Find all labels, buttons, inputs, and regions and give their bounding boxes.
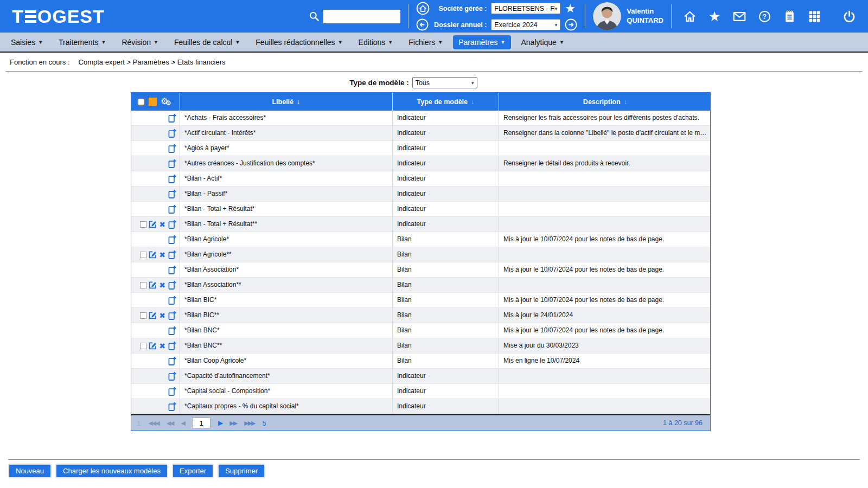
notes-icon[interactable] [782, 9, 796, 23]
table-row: ✖ *Bilan Agricole* Bilan Mis à jour le 1… [131, 232, 710, 247]
menu-item-label: Feuilles rédactionnelles [256, 38, 335, 47]
footer-button-nouveau[interactable]: Nouveau [8, 464, 52, 478]
pager-next-triple-icon[interactable]: ▶▶▶ [244, 420, 254, 427]
copy-icon[interactable] [167, 280, 177, 290]
orange-selection-icon[interactable] [149, 98, 157, 106]
menu-item-saisies[interactable]: Saisies ▼ [5, 35, 48, 49]
previous-exercice-icon[interactable] [416, 18, 430, 31]
dossier-select-value: Exercice 2024 [494, 21, 554, 29]
menu-item-label: Révision [122, 38, 151, 47]
search-input[interactable] [323, 10, 400, 23]
sort-desc-icon[interactable]: ↓ [471, 98, 475, 106]
row-libelle: *Bilan BIC** [180, 308, 393, 323]
pager-next-icon[interactable]: ▶ [218, 419, 222, 427]
menu-item-param-tres[interactable]: Paramètres ▼ [453, 35, 510, 49]
home-icon[interactable] [682, 9, 697, 23]
copy-icon[interactable] [167, 189, 177, 199]
copy-icon[interactable] [167, 250, 177, 260]
edit-icon[interactable] [148, 341, 157, 350]
delete-icon[interactable]: ✖ [159, 312, 165, 319]
copy-icon[interactable] [167, 371, 177, 381]
company-select[interactable]: FLOREETSENS - FL ▾ [491, 3, 560, 14]
menu-item-analytique[interactable]: Analytique ▼ [516, 35, 570, 49]
copy-icon[interactable] [167, 159, 177, 169]
page-last-number[interactable]: 5 [263, 419, 266, 427]
footer-button-charger-les-nouveaux-mod-les[interactable]: Charger les nouveaux modèles [55, 464, 168, 478]
copy-icon[interactable] [167, 265, 177, 275]
menu-item-feuilles-de-calcul[interactable]: Feuilles de calcul ▼ [169, 35, 245, 49]
copy-icon[interactable] [167, 174, 177, 184]
copy-icon[interactable] [167, 311, 177, 320]
menu-item-fichiers[interactable]: Fichiers ▼ [403, 35, 448, 49]
logo-text-prefix: T [12, 7, 24, 25]
apps-grid-icon[interactable] [807, 9, 821, 23]
dossier-select[interactable]: Exercice 2024 ▾ [491, 19, 560, 30]
menu-item-traitements[interactable]: Traitements ▼ [53, 35, 111, 49]
row-type: Indicateur [393, 141, 499, 156]
row-checkbox[interactable] [140, 343, 146, 349]
copy-icon[interactable] [167, 129, 177, 138]
row-type: Bilan [393, 308, 499, 323]
table-row: ✖ *Actif circulant - Intérêts* Indicateu… [131, 126, 710, 141]
select-all-checkbox[interactable] [137, 98, 145, 106]
model-type-select[interactable]: Tous ▾ [412, 77, 477, 88]
help-icon[interactable]: ? [757, 9, 771, 23]
copy-icon[interactable] [167, 296, 177, 305]
sort-desc-icon[interactable]: ↓ [624, 98, 628, 106]
mail-icon[interactable] [732, 9, 746, 23]
copy-icon[interactable] [167, 402, 177, 412]
row-actions-cell: ✖ [131, 354, 180, 368]
row-checkbox[interactable] [140, 312, 146, 319]
copy-icon[interactable] [167, 220, 177, 229]
user-last-name: QUINTARD [627, 16, 663, 25]
row-libelle: *Bilan - Total + Résultat** [180, 217, 393, 232]
copy-icon[interactable] [167, 326, 177, 336]
column-header-type[interactable]: Type de modèle ↓ [393, 93, 499, 111]
row-checkbox[interactable] [140, 282, 146, 288]
edit-icon[interactable] [148, 311, 157, 320]
pager-prev-double-icon[interactable]: ◀◀ [167, 420, 174, 427]
footer-button-exporter[interactable]: Exporter [172, 464, 214, 478]
row-checkbox[interactable] [140, 252, 146, 258]
user-name: Valentin QUINTARD [627, 7, 663, 25]
column-settings-icon[interactable]: ⚙⚙ [161, 96, 174, 108]
delete-icon[interactable]: ✖ [159, 251, 165, 259]
chevron-down-icon: ▼ [38, 40, 43, 45]
user-block[interactable]: Valentin QUINTARD [593, 2, 663, 30]
edit-icon[interactable] [148, 250, 157, 259]
chevron-down-icon: ▼ [501, 40, 506, 45]
row-edit-actions: ✖ [140, 250, 165, 259]
copy-icon[interactable] [167, 235, 177, 245]
copy-icon[interactable] [167, 204, 177, 214]
delete-icon[interactable]: ✖ [159, 221, 165, 228]
logout-power-icon[interactable] [842, 9, 856, 23]
pager-prev-triple-icon[interactable]: ◀◀◀ [148, 420, 158, 427]
column-label: Libellé [272, 98, 293, 106]
delete-icon[interactable]: ✖ [159, 281, 165, 289]
menu-item-editions[interactable]: Editions ▼ [353, 35, 399, 49]
column-header-description[interactable]: Description ↓ [499, 93, 711, 111]
footer-button-supprimer[interactable]: Supprimer [218, 464, 265, 478]
copy-icon[interactable] [167, 113, 177, 123]
sort-desc-icon[interactable]: ↓ [297, 98, 301, 106]
company-home-icon[interactable] [416, 2, 430, 15]
menu-item-r-vision[interactable]: Révision ▼ [116, 35, 164, 49]
row-checkbox[interactable] [140, 221, 146, 228]
row-edit-actions: ✖ [140, 220, 165, 229]
page-input[interactable] [192, 418, 210, 428]
copy-icon[interactable] [167, 144, 177, 153]
menu-item-feuilles-r-dactionnelles[interactable]: Feuilles rédactionnelles ▼ [250, 35, 348, 49]
copy-icon[interactable] [167, 341, 177, 351]
favorite-company-icon[interactable]: ★ [565, 3, 577, 15]
page-first-number[interactable]: 1 [137, 419, 141, 427]
edit-icon[interactable] [148, 220, 157, 229]
pager-prev-icon[interactable]: ◀ [181, 420, 184, 427]
copy-icon[interactable] [167, 387, 177, 396]
next-exercice-icon[interactable] [565, 18, 577, 31]
delete-icon[interactable]: ✖ [159, 342, 165, 350]
favorites-icon[interactable]: ★ [707, 9, 722, 23]
column-header-libelle[interactable]: Libellé ↓ [180, 93, 393, 111]
copy-icon[interactable] [167, 356, 177, 366]
edit-icon[interactable] [148, 280, 157, 290]
pager-next-double-icon[interactable]: ▶▶ [229, 420, 237, 427]
